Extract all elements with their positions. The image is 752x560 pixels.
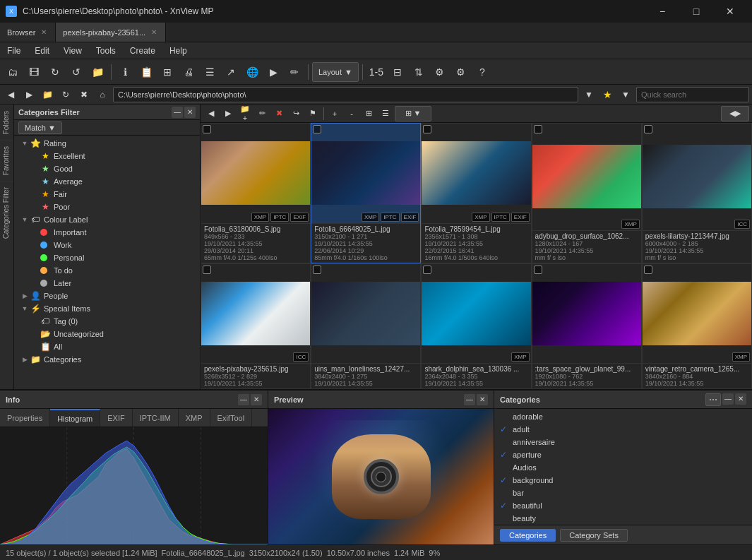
categories-close[interactable]: ✕ <box>735 393 746 405</box>
thumb-checkbox-7[interactable] <box>423 266 431 274</box>
minimize-button[interactable]: − <box>646 0 679 23</box>
toolbar-sort-btn[interactable]: ⇅ <box>409 62 429 82</box>
cat-item-8[interactable]: beauty <box>494 512 752 525</box>
ft-newfolder[interactable]: 📁+ <box>237 106 253 121</box>
categories-more-btn[interactable]: ⋯ <box>705 393 721 406</box>
ft-scroll-right[interactable]: ◀▶ <box>721 106 749 121</box>
info-panel-close[interactable]: ✕ <box>251 394 262 405</box>
menu-help[interactable]: Help <box>162 42 194 59</box>
toolbar-multi-btn[interactable]: ⊞ <box>157 62 177 82</box>
thumbnail-cell-1[interactable]: XMPIPTCEXIFFotolia_66648025_L.jpg3150x21… <box>311 123 421 263</box>
thumb-checkbox-4[interactable] <box>644 125 652 133</box>
thumb-checkbox-9[interactable] <box>644 266 652 274</box>
cat-item-4[interactable]: Audios <box>494 461 752 474</box>
ft-back[interactable]: ◀ <box>203 106 219 121</box>
tab-browser-close[interactable]: ✕ <box>40 28 48 37</box>
address-input[interactable] <box>113 87 578 102</box>
categories-pin[interactable]: — <box>722 393 734 405</box>
toolbar-folder-btn[interactable]: 🗂 <box>3 62 23 82</box>
tab-exif[interactable]: EXIF <box>100 409 132 427</box>
thumbnail-cell-7[interactable]: XMPshark_dolphin_sea_130036 ...2364x2048… <box>421 263 531 390</box>
cat-item-6[interactable]: bar <box>494 487 752 499</box>
tree-tag0[interactable]: 🏷 Tag (0) <box>14 315 200 328</box>
thumb-checkbox-0[interactable] <box>203 125 211 133</box>
tree-excellent[interactable]: ★ Excellent <box>14 150 200 162</box>
nav-forward[interactable]: ▶ <box>21 87 37 102</box>
toolbar-num-btn[interactable]: 1-5 <box>366 62 386 82</box>
cat-item-0[interactable]: adorable <box>494 410 752 423</box>
nav-dropdown[interactable]: ▼ <box>581 87 597 102</box>
tree-poor[interactable]: ★ Poor <box>14 201 200 213</box>
ft-move[interactable]: ↪ <box>288 106 304 121</box>
tree-good[interactable]: ★ Good <box>14 162 200 175</box>
tree-fair[interactable]: ★ Fair <box>14 188 200 201</box>
tree-special-toggle[interactable]: ▼ <box>20 304 30 314</box>
cat-item-3[interactable]: ✓aperture <box>494 448 752 461</box>
thumbnail-cell-0[interactable]: XMPIPTCEXIFFotolia_63180006_S.jpg849x566… <box>201 123 311 263</box>
layout-button[interactable]: Layout ▼ <box>312 62 359 82</box>
thumb-checkbox-5[interactable] <box>203 266 211 274</box>
cat-item-1[interactable]: ✓adult <box>494 423 752 436</box>
menu-create[interactable]: Create <box>123 42 162 59</box>
tab-exiftool[interactable]: ExifTool <box>210 409 253 427</box>
tab-photo-close[interactable]: ✕ <box>150 28 158 37</box>
grid-layout-btn[interactable]: ⊞ ▼ <box>395 106 431 121</box>
preview-pin[interactable]: — <box>464 394 475 405</box>
menu-tools[interactable]: Tools <box>89 42 123 59</box>
thumbnail-cell-2[interactable]: XMPIPTCEXIFFotolia_78599454_L.jpg2356x15… <box>421 123 531 263</box>
ft-delete[interactable]: ✖ <box>271 106 287 121</box>
nav-home[interactable]: ⌂ <box>95 87 110 102</box>
tab-xmp[interactable]: XMP <box>179 409 210 427</box>
menu-view[interactable]: View <box>56 42 89 59</box>
cat-item-2[interactable]: anniversaire <box>494 436 752 448</box>
ft-zoom-in[interactable]: + <box>327 106 342 121</box>
side-tab-categories-filter[interactable]: Categories Filter <box>0 181 13 244</box>
search-input[interactable] <box>636 87 749 102</box>
toolbar-info-btn[interactable]: ℹ <box>115 62 135 82</box>
tab-browser[interactable]: Browser ✕ <box>0 23 56 42</box>
toolbar-settings-btn[interactable]: ⚙ <box>451 62 471 82</box>
tree-work[interactable]: Work <box>14 239 200 251</box>
ft-viewmode1[interactable]: ⊞ <box>361 106 376 121</box>
info-panel-pin[interactable]: — <box>238 394 249 405</box>
cat-item-5[interactable]: ✓background <box>494 474 752 487</box>
panel-pin-btn[interactable]: — <box>172 107 183 118</box>
tree-uncategorized[interactable]: 📂 Uncategorized <box>14 328 200 340</box>
tree-colour-toggle[interactable]: ▼ <box>20 215 30 225</box>
bookmark-icon[interactable]: ★ <box>599 87 615 102</box>
toolbar-help-btn[interactable]: ? <box>472 62 492 82</box>
nav-back[interactable]: ◀ <box>3 87 18 102</box>
tab-iptc[interactable]: IPTC-IIM <box>133 409 179 427</box>
maximize-button[interactable]: □ <box>680 0 712 23</box>
tree-rating-node[interactable]: ▼ ⭐ Rating <box>14 137 200 150</box>
nav-up[interactable]: 📁 <box>40 87 55 102</box>
tree-special-node[interactable]: ▼ ⚡ Special Items <box>14 302 200 315</box>
toolbar-copy-btn[interactable]: 📋 <box>136 62 156 82</box>
panel-close-btn[interactable]: ✕ <box>184 107 196 118</box>
thumb-checkbox-8[interactable] <box>534 266 542 274</box>
thumbnail-cell-3[interactable]: XMPadybug_drop_surface_1062...1280x1024 … <box>532 123 642 263</box>
tree-later[interactable]: Later <box>14 277 200 290</box>
side-tab-folders[interactable]: Folders <box>0 105 13 140</box>
cat-item-7[interactable]: ✓beautiful <box>494 499 752 512</box>
toolbar-open-btn[interactable]: 📁 <box>88 62 107 82</box>
tree-average[interactable]: ★ Average <box>14 175 200 188</box>
tab-histogram[interactable]: Histogram <box>50 409 100 427</box>
thumbnail-cell-4[interactable]: ICCpexels-lilartsy-1213447.jpg6000x4000 … <box>642 123 752 263</box>
cat-footer-sets[interactable]: Category Sets <box>560 529 628 542</box>
nav-refresh[interactable]: ↻ <box>58 87 73 102</box>
tree-people-toggle[interactable]: ▶ <box>20 291 30 301</box>
nav-stop[interactable]: ✖ <box>76 87 92 102</box>
match-button[interactable]: Match ▼ <box>18 121 62 134</box>
thumbnail-cell-6[interactable]: uins_man_loneliness_12427...3840x2400 - … <box>311 263 421 390</box>
tree-colour-node[interactable]: ▼ 🏷 Colour Label <box>14 213 200 226</box>
tree-people-node[interactable]: ▶ 👤 People <box>14 290 200 302</box>
tree-categories-node[interactable]: ▶ 📁 Categories <box>14 353 200 366</box>
thumb-checkbox-1[interactable] <box>313 125 321 133</box>
toolbar-film-btn[interactable]: 🎞 <box>24 62 44 82</box>
tree-all[interactable]: 📋 All <box>14 340 200 353</box>
ft-zoom-out[interactable]: - <box>344 106 359 121</box>
toolbar-filter-btn[interactable]: ⚙ <box>430 62 450 82</box>
preview-close[interactable]: ✕ <box>477 394 488 405</box>
menu-file[interactable]: File <box>0 42 28 59</box>
